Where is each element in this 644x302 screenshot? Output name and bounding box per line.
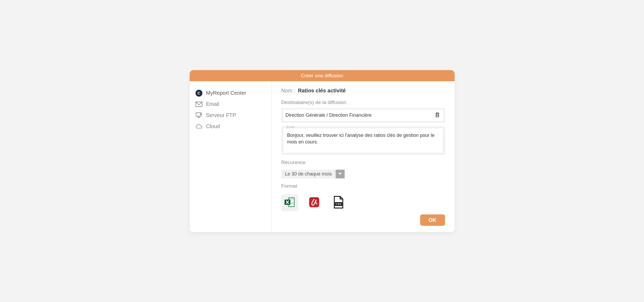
svg-rect-4 — [289, 198, 294, 200]
format-option-excel[interactable] — [281, 194, 298, 211]
format-option-pdf[interactable] — [306, 194, 323, 211]
create-diffusion-modal: Créer une diffusion C MyReport Center Em… — [190, 70, 455, 232]
c-badge-icon: C — [196, 90, 202, 97]
sidebar-item-myreport-center[interactable]: C MyReport Center — [194, 88, 267, 99]
sidebar: C MyReport Center Email — [190, 81, 272, 232]
sidebar-item-label: Serveur FTP — [206, 112, 236, 118]
name-label: Nom : — [281, 88, 295, 94]
modal-title: Créer une diffusion — [190, 70, 455, 81]
recurrence-dropdown-button[interactable] — [336, 170, 345, 178]
mail-icon — [196, 101, 202, 108]
name-row: Nom : Ratios clés activité — [281, 88, 445, 94]
recurrence-value: Le 30 de chaque mois — [281, 170, 336, 178]
email-legend: Email — [286, 125, 296, 129]
recurrence-select[interactable]: Le 30 de chaque mois — [281, 170, 445, 178]
svg-rect-9 — [309, 197, 319, 207]
ftp-icon — [196, 112, 202, 119]
modal-footer: OK — [281, 211, 445, 226]
sidebar-item-label: MyReport Center — [206, 90, 246, 96]
svg-text:CSV: CSV — [335, 202, 341, 206]
sidebar-item-ftp[interactable]: Serveur FTP — [194, 110, 267, 121]
pdf-icon — [308, 196, 320, 209]
name-value: Ratios clés activité — [298, 88, 346, 94]
format-option-csv[interactable]: CSV — [330, 194, 347, 211]
cloud-icon — [196, 123, 202, 130]
ok-button[interactable]: OK — [420, 214, 445, 226]
sidebar-item-cloud[interactable]: Cloud — [194, 121, 267, 132]
sidebar-item-label: Email — [206, 101, 219, 107]
format-options: CSV — [281, 194, 445, 211]
recurrence-label: Récurence — [281, 160, 445, 165]
recipients-label: Destinataire(s) de la diffusion — [281, 100, 445, 105]
csv-icon: CSV — [333, 196, 344, 210]
excel-icon — [283, 196, 296, 210]
main-panel: Nom : Ratios clés activité Destinataire(… — [272, 81, 455, 232]
email-body-input[interactable] — [287, 132, 439, 148]
modal-body: C MyReport Center Email — [190, 81, 455, 232]
format-label: Format — [281, 183, 445, 189]
sidebar-item-email[interactable]: Email — [194, 99, 267, 110]
email-body-field-wrap: Email — [281, 126, 445, 155]
app-stage: Créer une diffusion C MyReport Center Em… — [116, 54, 528, 249]
trash-icon — [435, 114, 440, 118]
recipient-field[interactable]: Direction Générale / Direction Financièr… — [281, 108, 445, 123]
delete-recipient-button[interactable] — [434, 111, 441, 119]
recipient-value: Direction Générale / Direction Financièr… — [286, 112, 372, 118]
svg-rect-0 — [196, 102, 202, 107]
sidebar-item-label: Cloud — [206, 123, 220, 129]
chevron-down-icon — [338, 172, 342, 176]
